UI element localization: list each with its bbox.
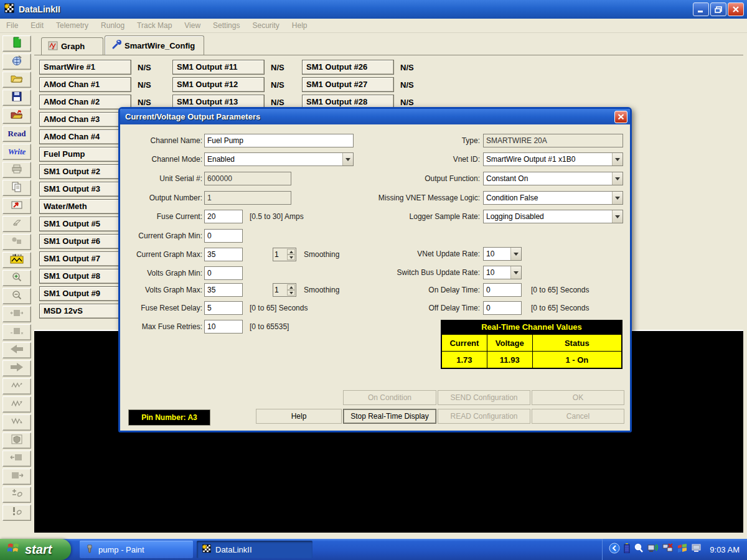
cancel-button[interactable]: Cancel <box>532 409 624 424</box>
ok-button[interactable]: OK <box>532 390 624 405</box>
channel-button[interactable]: AMod Chan #3 <box>39 112 131 127</box>
fuse-current-input[interactable]: 20 <box>204 210 243 223</box>
channel-button[interactable]: AMod Chan #4 <box>39 129 131 144</box>
tray-collapse-icon[interactable] <box>609 543 620 556</box>
zoom-out-button[interactable] <box>2 288 31 304</box>
menu-security[interactable]: Security <box>246 21 285 30</box>
pan-left-button[interactable] <box>2 342 31 358</box>
waveform-down-button[interactable] <box>2 414 31 431</box>
zoom-in-button[interactable] <box>2 270 31 286</box>
read-button[interactable]: Read <box>2 126 31 142</box>
menu-file[interactable]: File <box>0 21 24 30</box>
import-config-button[interactable] <box>2 108 31 124</box>
output-function-select[interactable]: Constant On <box>483 172 623 185</box>
open-file-button[interactable] <box>2 72 31 88</box>
waveform-edit-button[interactable] <box>2 378 31 394</box>
channel-button[interactable]: SM1 Output #8 <box>39 269 131 284</box>
copy-button[interactable] <box>2 180 31 196</box>
send-configuration-button[interactable]: SEND Configuration <box>438 390 530 405</box>
waveform-button[interactable] <box>2 252 31 268</box>
tab-graph[interactable]: Graph <box>41 37 103 55</box>
channel-button[interactable]: SM1 Output #9 <box>39 286 131 301</box>
spinner-up-icon[interactable] <box>287 249 295 254</box>
on-condition-button[interactable]: On Condition <box>343 390 436 405</box>
waveform-up-button[interactable] <box>2 396 31 413</box>
network-error-icon[interactable] <box>662 543 674 556</box>
help-button[interactable]: Help <box>256 409 342 424</box>
restore-button[interactable] <box>710 2 726 16</box>
start-button[interactable]: start <box>0 539 71 560</box>
channel-button[interactable]: SM1 Output #6 <box>39 234 131 249</box>
taskbar-item-paint[interactable]: pump - Paint <box>80 541 193 558</box>
update-icon[interactable] <box>677 543 687 556</box>
tab-smartwire-config[interactable]: SmartWire_Config <box>105 35 204 55</box>
read-configuration-button[interactable]: READ Configuration <box>438 409 530 424</box>
missing-vnet-logic-select[interactable]: Condition False <box>483 191 623 205</box>
wireless-monitor-icon[interactable] <box>647 543 659 556</box>
chevron-down-icon[interactable] <box>612 172 622 185</box>
spinner-down-icon[interactable] <box>287 290 295 296</box>
vnet-update-rate-select[interactable]: 10 <box>483 247 522 261</box>
recall-button[interactable] <box>2 198 31 214</box>
current-graph-max-input[interactable]: 35 <box>204 248 243 261</box>
channel-button[interactable]: Water/Meth <box>39 199 131 214</box>
off-delay-time-input[interactable]: 0 <box>483 301 522 315</box>
channel-button[interactable]: SM1 Output #26 <box>302 60 394 75</box>
save-button[interactable] <box>2 90 31 106</box>
channel-button[interactable]: AMod Chan #2 <box>39 95 131 110</box>
menu-help[interactable]: Help <box>286 21 314 30</box>
shift-right-button[interactable] <box>2 469 31 485</box>
menu-view[interactable]: View <box>178 21 207 30</box>
channel-button[interactable]: SM1 Output #5 <box>39 217 131 231</box>
channel-button[interactable]: AMod Chan #1 <box>39 77 131 92</box>
close-region-button[interactable] <box>2 324 31 340</box>
logger-sample-rate-select[interactable]: Logging Disabled <box>483 210 623 223</box>
volts-graph-min-input[interactable]: 0 <box>204 266 243 280</box>
volts-smoothing-stepper[interactable]: 1 <box>273 283 296 297</box>
spinner-down-icon[interactable] <box>287 254 295 260</box>
chevron-down-icon[interactable] <box>612 192 622 204</box>
magnifier-icon[interactable] <box>634 543 644 556</box>
current-graph-min-input[interactable]: 0 <box>204 229 243 243</box>
chevron-down-icon[interactable] <box>612 210 622 223</box>
max-fuse-retries-input[interactable]: 10 <box>204 320 243 334</box>
menu-edit[interactable]: Edit <box>24 21 50 30</box>
dialog-titlebar[interactable]: Current/Voltage Output Parameters <box>120 109 630 124</box>
channel-button[interactable]: SM1 Output #2 <box>39 164 131 179</box>
menu-runlog[interactable]: Runlog <box>95 21 131 30</box>
minimize-button[interactable] <box>693 2 709 16</box>
pan-right-button[interactable] <box>2 360 31 376</box>
current-smoothing-stepper[interactable]: 1 <box>273 248 296 261</box>
close-button[interactable] <box>728 2 744 16</box>
shift-left-button[interactable] <box>2 450 31 467</box>
write-button[interactable]: Write <box>2 144 31 160</box>
volts-graph-max-input[interactable]: 35 <box>204 283 243 297</box>
menu-telemetry[interactable]: Telemetry <box>50 21 95 30</box>
fuse-reset-delay-input[interactable]: 5 <box>204 301 243 315</box>
vnet-id-select[interactable]: SmartWire Output #1 x1B0 <box>483 152 623 166</box>
shield-button[interactable] <box>2 432 31 449</box>
spinner-up-icon[interactable] <box>287 284 295 290</box>
channel-button[interactable]: SM1 Output #3 <box>39 182 131 197</box>
print-button[interactable] <box>2 162 31 178</box>
menu-settings[interactable]: Settings <box>207 21 246 30</box>
chevron-down-icon[interactable] <box>510 266 521 279</box>
channel-button[interactable]: SM1 Output #11 <box>172 60 265 75</box>
channel-button[interactable]: SmartWire #1 <box>39 60 131 75</box>
channel-button[interactable]: SM1 Output #27 <box>302 77 394 92</box>
channel-button[interactable]: SM1 Output #7 <box>39 251 131 266</box>
new-file-button[interactable] <box>2 35 31 52</box>
expand-horizontal-button[interactable] <box>2 306 31 322</box>
battery-icon[interactable] <box>624 543 630 556</box>
channel-button[interactable]: SM1 Output #12 <box>172 77 265 92</box>
channel-button[interactable]: Fuel Pump <box>39 147 131 162</box>
chevron-down-icon[interactable] <box>510 248 521 260</box>
dialog-close-button[interactable] <box>614 111 627 123</box>
on-delay-time-input[interactable]: 0 <box>483 283 522 297</box>
lasso-add-button[interactable] <box>2 487 31 503</box>
eraser-button[interactable] <box>2 216 31 232</box>
taskbar-item-datalink[interactable]: DataLinkII <box>197 541 312 558</box>
switch-bus-update-rate-select[interactable]: 10 <box>483 266 522 279</box>
shapes-button[interactable] <box>2 234 31 250</box>
menu-trackmap[interactable]: Track Map <box>131 21 178 30</box>
